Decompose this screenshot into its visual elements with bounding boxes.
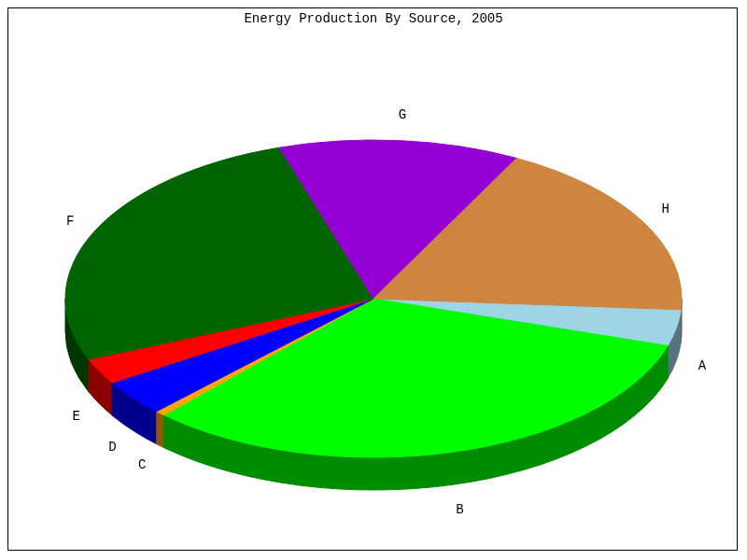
slice-label-f: F bbox=[66, 214, 74, 229]
slice-label-d: D bbox=[108, 440, 116, 455]
slice-label-h: H bbox=[661, 202, 669, 217]
pie-chart bbox=[0, 0, 747, 560]
slice-label-e: E bbox=[73, 409, 80, 424]
slice-label-g: G bbox=[399, 107, 406, 122]
slice-label-b: B bbox=[456, 502, 463, 517]
slice-label-c: C bbox=[138, 457, 146, 472]
slice-label-a: A bbox=[698, 358, 706, 373]
